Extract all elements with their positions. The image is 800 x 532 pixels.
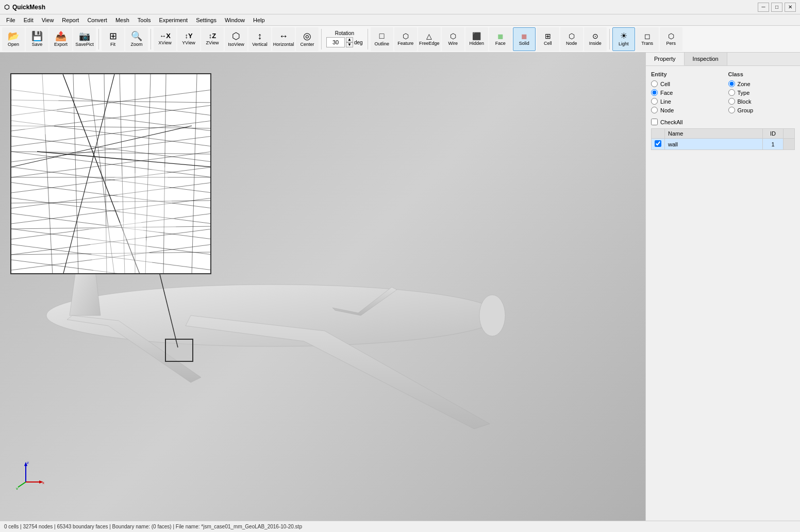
menu-view[interactable]: View <box>38 16 58 24</box>
toolbar: 📂 Open 💾 Save 📤 Export 📷 SavePict ⊞ Fit … <box>0 26 800 53</box>
horizontal-icon: ↔ <box>279 31 288 41</box>
main-layout: z y x Property Inspection Entity <box>0 53 800 521</box>
isoview-button[interactable]: ⬡ IsoView <box>225 27 247 51</box>
entity-cell-option[interactable]: Cell <box>651 80 718 87</box>
row-name-cell: wall <box>665 139 763 150</box>
col-action <box>784 129 795 139</box>
light-button[interactable]: ☀ Light <box>612 27 635 51</box>
entity-node-option[interactable]: Node <box>651 107 718 113</box>
vertical-icon: ↕ <box>258 31 262 41</box>
app-title: ⬡ QuickMesh <box>4 4 45 11</box>
class-type-radio[interactable] <box>728 89 735 96</box>
row-id-cell: 1 <box>763 139 784 150</box>
node-icon: ⬡ <box>569 32 575 40</box>
viewport[interactable]: z y x <box>0 53 645 521</box>
menu-edit[interactable]: Edit <box>20 16 38 24</box>
horizontal-button[interactable]: ↔ Horizontal <box>272 27 295 51</box>
menu-window[interactable]: Window <box>221 16 249 24</box>
inside-button[interactable]: ⊙ Inside <box>584 27 607 51</box>
close-button[interactable]: ✕ <box>785 3 796 12</box>
class-block-option[interactable]: Block <box>728 98 795 105</box>
entity-section: Entity Cell Face Line <box>651 71 718 113</box>
minimize-button[interactable]: ─ <box>758 3 769 12</box>
feature-button[interactable]: ⬡ Feature <box>394 27 417 51</box>
menu-mesh[interactable]: Mesh <box>111 16 134 24</box>
fit-button[interactable]: ⊞ Fit <box>102 27 124 51</box>
model-area[interactable]: z y x <box>0 53 645 521</box>
inset-mesh-view <box>10 73 211 274</box>
col-check <box>652 129 665 139</box>
maximize-button[interactable]: □ <box>771 3 782 12</box>
app-icon: ⬡ <box>4 4 9 11</box>
export-button[interactable]: 📤 Export <box>49 27 72 51</box>
menu-tools[interactable]: Tools <box>134 16 155 24</box>
cell-button[interactable]: ⊞ Cell <box>537 27 559 51</box>
class-group-option[interactable]: Group <box>728 107 795 113</box>
feature-icon: ⬡ <box>403 32 409 40</box>
menu-convert[interactable]: Convert <box>83 16 111 24</box>
entity-class-row: Entity Cell Face Line <box>651 71 795 113</box>
row-checkbox[interactable] <box>655 140 661 147</box>
cell-icon: ⊞ <box>545 32 551 40</box>
open-button[interactable]: 📂 Open <box>2 27 25 51</box>
center-button[interactable]: ◎ Center <box>296 27 319 51</box>
table-row[interactable]: wall 1 <box>652 139 795 150</box>
zview-icon: ↕Z <box>209 32 216 39</box>
toolbar-sep-4 <box>368 29 368 49</box>
menu-experiment[interactable]: Experiment <box>155 16 192 24</box>
svg-text:z: z <box>27 460 29 465</box>
toolbar-sep-5 <box>609 29 610 49</box>
freeedge-button[interactable]: △ FreeEdge <box>418 27 441 51</box>
panel-content: Entity Cell Face Line <box>646 66 800 521</box>
save-button[interactable]: 💾 Save <box>26 27 48 51</box>
solid-button[interactable]: ◼ Solid <box>513 27 536 51</box>
xview-button[interactable]: ↔X XView <box>154 27 176 51</box>
entity-line-option[interactable]: Line <box>651 98 718 105</box>
zoom-button[interactable]: 🔍 Zoom <box>125 27 148 51</box>
yview-icon: ↕Y <box>185 32 192 39</box>
node-button[interactable]: ⬡ Node <box>560 27 583 51</box>
hidden-button[interactable]: ⬛ Hidden <box>465 27 488 51</box>
class-title: Class <box>728 71 795 77</box>
svg-text:x: x <box>42 480 44 485</box>
class-zone-radio[interactable] <box>728 80 735 87</box>
entity-face-radio[interactable] <box>651 89 658 96</box>
svg-text:y: y <box>16 486 18 490</box>
trans-button[interactable]: ◻ Trans <box>636 27 659 51</box>
rotation-input[interactable] <box>326 37 345 47</box>
rotation-down-button[interactable]: ▼ <box>346 42 353 47</box>
menu-help[interactable]: Help <box>249 16 269 24</box>
yview-button[interactable]: ↕Y YView <box>177 27 200 51</box>
vertical-button[interactable]: ↕ Vertical <box>248 27 271 51</box>
pers-button[interactable]: ⬡ Pers <box>660 27 682 51</box>
entity-node-radio[interactable] <box>651 107 658 113</box>
check-all-row: CheckAll <box>651 119 795 125</box>
entity-cell-radio[interactable] <box>651 80 658 87</box>
table-header-row: Name ID <box>652 129 795 139</box>
zview-button[interactable]: ↕Z ZView <box>201 27 224 51</box>
savepict-button[interactable]: 📷 SavePict <box>73 27 96 51</box>
row-check-cell[interactable] <box>652 139 665 150</box>
class-block-radio[interactable] <box>728 98 735 105</box>
face-button[interactable]: ◼ Face <box>489 27 512 51</box>
pers-icon: ⬡ <box>668 32 674 40</box>
tab-property[interactable]: Property <box>646 53 685 65</box>
solid-icon: ◼ <box>521 32 527 40</box>
wire-button[interactable]: ⬡ Wire <box>442 27 464 51</box>
entity-line-radio[interactable] <box>651 98 658 105</box>
menu-report[interactable]: Report <box>58 16 83 24</box>
class-type-option[interactable]: Type <box>728 89 795 96</box>
entity-face-option[interactable]: Face <box>651 89 718 96</box>
tab-inspection[interactable]: Inspection <box>685 53 727 65</box>
fit-icon: ⊞ <box>109 31 117 41</box>
outline-button[interactable]: □ Outline <box>371 27 393 51</box>
menu-file[interactable]: File <box>2 16 20 24</box>
rotation-up-button[interactable]: ▲ <box>346 37 353 42</box>
check-all-checkbox[interactable] <box>651 119 658 125</box>
wire-icon: ⬡ <box>450 32 456 40</box>
rotation-label: Rotation <box>335 30 354 36</box>
class-zone-option[interactable]: Zone <box>728 80 795 87</box>
axis-indicator: z y x <box>15 459 46 490</box>
menu-settings[interactable]: Settings <box>192 16 221 24</box>
class-group-radio[interactable] <box>728 107 735 113</box>
